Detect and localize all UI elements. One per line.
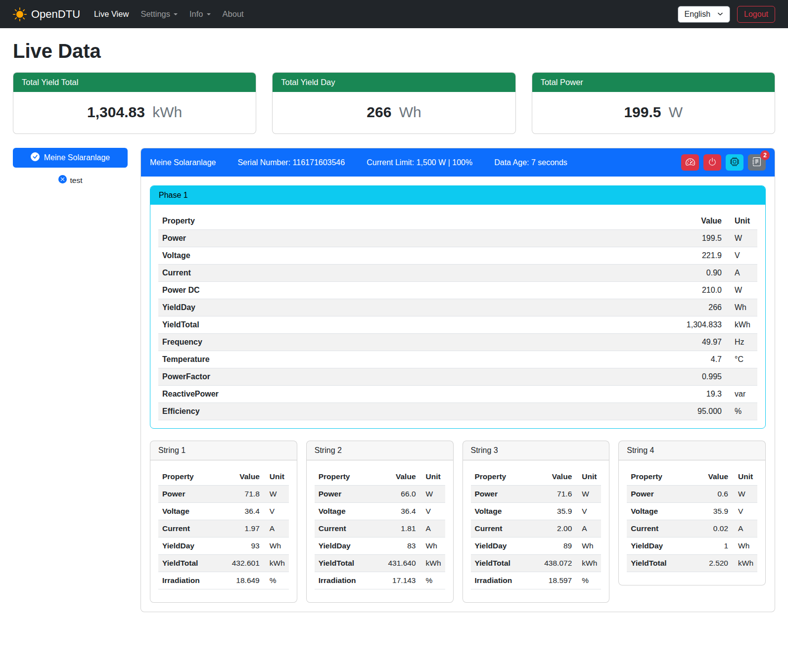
nav-settings[interactable]: Settings [140, 9, 178, 19]
event-log-button[interactable]: 2 [748, 154, 766, 171]
row-property: Current [158, 520, 217, 538]
row-property: Irradiation [471, 572, 530, 589]
row-property: PowerFactor [158, 368, 498, 386]
language-select[interactable]: English [678, 6, 730, 23]
table-row: Temperature 4.7 °C [158, 351, 757, 368]
row-property: Current [627, 520, 691, 538]
inverter-select-label: Meine Solaranlage [44, 153, 110, 162]
column-header-property: Property [158, 213, 498, 230]
phase-card-title: Phase 1 [150, 186, 765, 205]
row-property: YieldDay [315, 538, 373, 555]
row-property: Voltage [158, 503, 217, 520]
row-unit: Wh [420, 538, 445, 555]
string-card-title: String 3 [463, 441, 609, 460]
inverter-select-button[interactable]: Meine Solaranlage [13, 148, 128, 168]
check-circle-icon [31, 152, 40, 163]
table-row: YieldTotal 438.072 kWh [471, 555, 602, 572]
row-property: Power [627, 486, 691, 503]
row-value: 0.6 [691, 486, 732, 503]
table-row: Current 0.02 A [627, 520, 757, 538]
chevron-down-icon [207, 13, 211, 15]
row-value: 71.6 [530, 486, 576, 503]
column-header-value: Value [530, 468, 576, 486]
string-card-4: String 4 Property Value Unit [618, 441, 766, 585]
page-title: Live Data [13, 40, 775, 62]
row-property: Efficiency [158, 403, 498, 420]
row-value: 95.000 [498, 403, 726, 420]
sun-icon [13, 7, 27, 21]
nav-links: Live View Settings Info About [94, 9, 256, 19]
nav-info[interactable]: Info [189, 9, 211, 19]
table-header-row: Property Value Unit [627, 468, 757, 486]
table-row: Frequency 49.97 Hz [158, 334, 757, 351]
chevron-down-icon [717, 10, 723, 19]
row-value: 18.649 [217, 572, 264, 589]
device-info-button[interactable] [726, 154, 743, 171]
nav-settings-label: Settings [140, 9, 170, 19]
row-unit: A [732, 520, 757, 538]
content-row: Meine Solaranlage test Meine Solaranlage… [13, 148, 775, 612]
row-property: Power DC [158, 282, 498, 299]
row-value: 266 [498, 299, 726, 316]
row-property: Voltage [471, 503, 530, 520]
column-header-value: Value [498, 213, 726, 230]
row-unit [726, 368, 757, 386]
table-row: ReactivePower 19.3 var [158, 386, 757, 403]
table-row: Power DC 210.0 W [158, 282, 757, 299]
row-value: 83 [373, 538, 420, 555]
string-card-body: Property Value Unit Power [150, 460, 297, 602]
row-property: YieldTotal [627, 555, 691, 572]
row-property: YieldTotal [158, 316, 498, 334]
column-header-unit: Unit [420, 468, 445, 486]
row-value: 89 [530, 538, 576, 555]
summary-card-total-power: Total Power 199.5 W [532, 72, 775, 134]
table-row: Current 2.00 A [471, 520, 602, 538]
row-unit: °C [726, 351, 757, 368]
row-property: YieldTotal [158, 555, 217, 572]
row-unit: V [264, 503, 289, 520]
row-unit: % [726, 403, 757, 420]
brand-link[interactable]: OpenDTU [13, 7, 80, 21]
row-property: YieldDay [627, 538, 691, 555]
navbar-right: English Logout [678, 6, 775, 23]
phase-card: Phase 1 Property Value Unit [150, 185, 766, 429]
row-property: Irradiation [158, 572, 217, 589]
column-header-unit: Unit [732, 468, 757, 486]
column-header-property: Property [315, 468, 373, 486]
table-header-row: Property Value Unit [158, 213, 757, 230]
row-unit: V [576, 503, 601, 520]
logout-button[interactable]: Logout [737, 6, 775, 23]
table-row: YieldDay 1 Wh [627, 538, 757, 555]
summary-unit: kWh [152, 104, 182, 120]
string-table: Property Value Unit Power [158, 468, 289, 589]
summary-card-title: Total Power [532, 73, 775, 92]
row-unit: Hz [726, 334, 757, 351]
nav-about[interactable]: About [223, 9, 244, 19]
row-value: 17.143 [373, 572, 420, 589]
table-row: Voltage 35.9 V [471, 503, 602, 520]
row-value: 199.5 [498, 230, 726, 247]
summary-cards-row: Total Yield Total 1,304.83 kWh Total Yie… [13, 72, 775, 134]
inverter-item-test[interactable]: test [13, 175, 128, 185]
nav-live-view[interactable]: Live View [94, 9, 129, 19]
data-age: Data Age: 7 seconds [494, 158, 567, 167]
column-header-value: Value [691, 468, 732, 486]
row-value: 0.995 [498, 368, 726, 386]
column-header-unit: Unit [726, 213, 757, 230]
row-property: Power [158, 230, 498, 247]
row-value: 1 [691, 538, 732, 555]
table-row: Power 66.0 W [315, 486, 445, 503]
summary-value: 1,304.83 [87, 104, 145, 120]
table-row: Power 0.6 W [627, 486, 757, 503]
row-property: Power [471, 486, 530, 503]
table-row: YieldDay 83 Wh [315, 538, 445, 555]
inverter-name: Meine Solaranlage [150, 158, 216, 167]
row-property: Power [315, 486, 373, 503]
limit-settings-button[interactable] [681, 154, 699, 171]
page-container: Live Data Total Yield Total 1,304.83 kWh… [0, 28, 788, 626]
power-button[interactable] [703, 154, 721, 171]
column-header-unit: Unit [576, 468, 601, 486]
string-table-body: Power 0.6 W Voltage 35.9 V [627, 486, 757, 572]
table-header-row: Property Value Unit [315, 468, 445, 486]
row-property: Frequency [158, 334, 498, 351]
